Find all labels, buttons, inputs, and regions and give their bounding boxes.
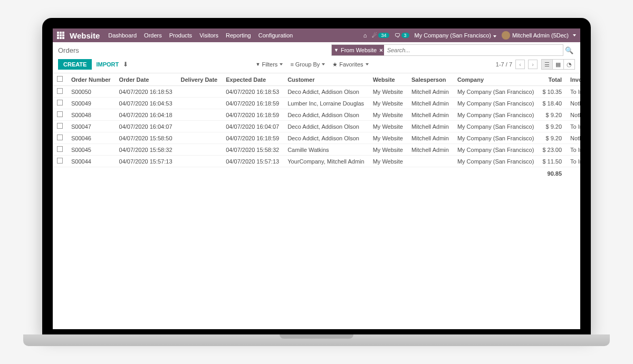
- cell-expected-date: 04/07/2020 15:57:13: [222, 156, 283, 167]
- table-row[interactable]: S0004704/07/2020 16:04:0704/07/2020 16:0…: [53, 121, 580, 132]
- row-checkbox[interactable]: [57, 123, 63, 129]
- col-delivery-date[interactable]: Delivery Date: [177, 73, 222, 86]
- col-website[interactable]: Website: [369, 73, 407, 86]
- filter-icon: ▼: [256, 62, 261, 67]
- col-expected-date[interactable]: Expected Date: [222, 73, 283, 86]
- debug-icon[interactable]: ☄34: [372, 32, 389, 39]
- row-checkbox[interactable]: [57, 158, 63, 164]
- cell-website: My Website: [369, 144, 407, 156]
- activity-view-button[interactable]: ◔: [563, 59, 575, 70]
- cell-customer: Deco Addict, Addison Olson: [283, 121, 369, 132]
- search-icon[interactable]: 🔍: [563, 46, 575, 54]
- brand-title: Website: [70, 31, 100, 40]
- home-icon[interactable]: ⌂: [363, 32, 367, 39]
- header-checkbox-cell: [53, 73, 67, 86]
- favorites-label: Favorites: [339, 61, 363, 68]
- apps-icon[interactable]: [57, 32, 64, 39]
- row-checkbox[interactable]: [57, 135, 63, 140]
- cell-expected-date: 04/07/2020 16:18:59: [222, 98, 283, 109]
- kanban-view-button[interactable]: ▦: [552, 59, 564, 70]
- nav-orders[interactable]: Orders: [144, 32, 162, 39]
- select-all-checkbox[interactable]: [57, 76, 63, 82]
- cell-order-date: 04/07/2020 15:57:13: [115, 156, 177, 167]
- company-switcher[interactable]: My Company (San Francisco): [415, 32, 497, 39]
- col-order-number[interactable]: Order Number: [67, 73, 115, 86]
- cell-expected-date: 04/07/2020 16:18:59: [222, 109, 283, 121]
- row-checkbox[interactable]: [57, 100, 63, 106]
- user-menu[interactable]: Mitchell Admin (5Dec): [502, 31, 576, 40]
- cell-order-number: S00049: [67, 98, 115, 109]
- table-row[interactable]: S0004504/07/2020 15:58:3204/07/2020 15:5…: [53, 144, 580, 156]
- filters-dropdown[interactable]: ▼ Filters: [254, 60, 285, 69]
- col-order-date[interactable]: Order Date: [115, 73, 177, 86]
- cell-delivery-date: [177, 98, 222, 109]
- cell-total: $ 9.20: [538, 109, 566, 121]
- debug-badge: 34: [378, 33, 389, 38]
- table-row[interactable]: S0004404/07/2020 15:57:1304/07/2020 15:5…: [53, 156, 580, 167]
- cell-customer: Lumber Inc, Lorraine Douglas: [283, 98, 369, 109]
- cell-delivery-date: [177, 144, 222, 156]
- cell-total: $ 10.35: [538, 86, 566, 98]
- table-row[interactable]: S0005004/07/2020 16:18:5304/07/2020 16:1…: [53, 86, 580, 98]
- table-header-row: Order Number Order Date Delivery Date Ex…: [53, 73, 580, 86]
- table-row[interactable]: S0004904/07/2020 16:04:5304/07/2020 16:1…: [53, 98, 580, 109]
- pager-value[interactable]: 1-7 / 7: [496, 61, 512, 68]
- pager: 1-7 / 7 ‹ ›: [496, 60, 538, 69]
- cell-order-date: 04/07/2020 16:04:07: [115, 121, 177, 132]
- cell-total: $ 18.40: [538, 98, 566, 109]
- groupby-dropdown[interactable]: ≡ Group By: [288, 60, 327, 69]
- cell-company: My Company (San Francisco): [453, 156, 539, 167]
- chat-badge: 3: [401, 33, 409, 38]
- cell-expected-date: 04/07/2020 16:18:59: [222, 132, 283, 144]
- top-navbar: Website Dashboard Orders Products Visito…: [53, 28, 580, 42]
- messaging-icon[interactable]: 🗨3: [395, 32, 409, 39]
- import-button[interactable]: IMPORT: [96, 61, 119, 68]
- facet-remove-icon[interactable]: ×: [379, 47, 382, 53]
- cell-delivery-date: [177, 132, 222, 144]
- nav-visitors[interactable]: Visitors: [199, 32, 218, 39]
- cell-expected-date: 04/07/2020 16:04:07: [222, 121, 283, 132]
- cell-salesperson: [407, 156, 453, 167]
- table-row[interactable]: S0004804/07/2020 16:04:1804/07/2020 16:1…: [53, 109, 580, 121]
- cell-order-number: S00046: [67, 132, 115, 144]
- favorites-dropdown[interactable]: ★ Favorites: [330, 60, 370, 69]
- pager-next[interactable]: ›: [528, 60, 538, 69]
- row-checkbox[interactable]: [57, 88, 63, 94]
- list-view-button[interactable]: ☰: [541, 59, 553, 70]
- cell-invoice-status: To Invoice: [566, 86, 580, 98]
- table-row[interactable]: S0004604/07/2020 15:58:5004/07/2020 16:1…: [53, 132, 580, 144]
- row-checkbox[interactable]: [57, 146, 63, 152]
- cell-company: My Company (San Francisco): [453, 86, 539, 98]
- search-box[interactable]: ▼ From Website ×: [331, 44, 563, 56]
- cell-total: $ 9.20: [538, 132, 566, 144]
- col-company[interactable]: Company: [453, 73, 539, 86]
- search-input[interactable]: [386, 47, 563, 53]
- cell-order-number: S00048: [67, 109, 115, 121]
- cell-salesperson: Mitchell Admin: [407, 132, 453, 144]
- company-name: My Company (San Francisco): [415, 32, 492, 39]
- col-total[interactable]: Total: [538, 73, 566, 86]
- col-invoice-status[interactable]: Invoice Status: [566, 73, 580, 86]
- cell-salesperson: Mitchell Admin: [407, 86, 453, 98]
- cell-website: My Website: [369, 109, 407, 121]
- cell-order-number: S00050: [67, 86, 115, 98]
- cell-expected-date: 04/07/2020 16:18:53: [222, 86, 283, 98]
- col-customer[interactable]: Customer: [283, 73, 369, 86]
- cell-delivery-date: [177, 109, 222, 121]
- cell-customer: Camille Watkins: [283, 144, 369, 156]
- cell-website: My Website: [369, 156, 407, 167]
- nav-reporting[interactable]: Reporting: [226, 32, 251, 39]
- cell-invoice-status: Nothing to Invoice: [566, 98, 580, 109]
- col-salesperson[interactable]: Salesperson: [407, 73, 453, 86]
- cell-salesperson: Mitchell Admin: [407, 121, 453, 132]
- create-button[interactable]: CREATE: [58, 59, 92, 70]
- cell-delivery-date: [177, 121, 222, 132]
- row-checkbox[interactable]: [57, 111, 63, 117]
- nav-configuration[interactable]: Configuration: [258, 32, 293, 39]
- nav-products[interactable]: Products: [169, 32, 192, 39]
- nav-dashboard[interactable]: Dashboard: [108, 32, 137, 39]
- download-icon[interactable]: ⬇: [123, 61, 128, 68]
- cell-total: $ 11.50: [538, 156, 566, 167]
- table-footer-row: 90.85: [53, 167, 580, 180]
- pager-prev[interactable]: ‹: [515, 60, 525, 69]
